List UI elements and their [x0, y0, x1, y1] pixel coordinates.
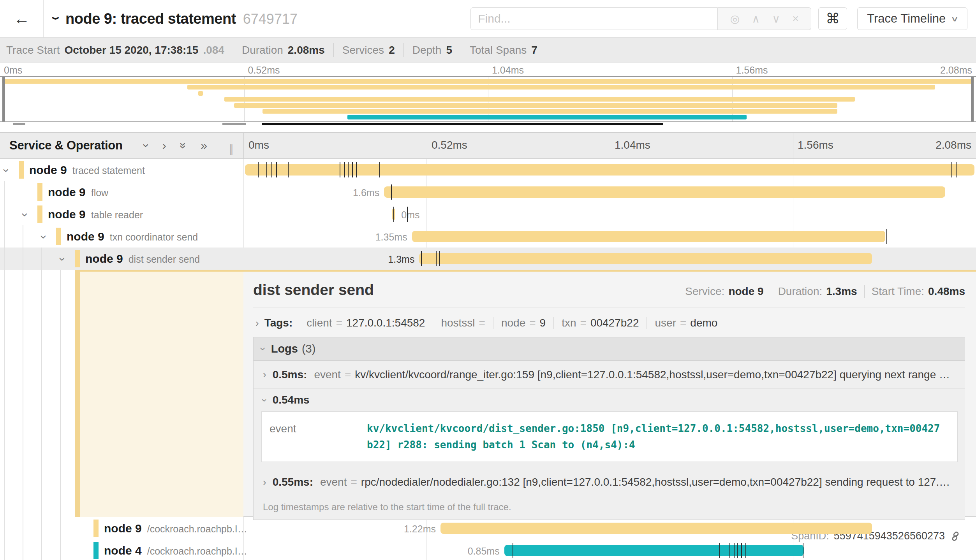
span-log-tick	[391, 184, 392, 200]
find-input[interactable]	[470, 7, 718, 30]
span-log-tick	[340, 162, 340, 177]
span-row-sidebar[interactable]: node 9/cockroach.roachpb.I…	[0, 517, 243, 539]
span-color-bar	[56, 228, 61, 245]
span-row-timeline[interactable]: 1.35ms	[243, 225, 976, 248]
summary-item: Depth5	[404, 43, 461, 57]
span-duration-label: 1.6ms	[353, 187, 379, 198]
span-log-tick	[276, 162, 277, 177]
expand-all-icon[interactable]: »	[201, 140, 207, 151]
span-row-timeline[interactable]: 1.6ms	[243, 181, 976, 203]
page-header: ← › node 9: traced statement 6749717 ◎ ∧…	[0, 0, 976, 37]
log-key-value: event=kv/kvclient/kvcoord/range_iter.go:…	[314, 369, 956, 381]
chevron-down-icon: ›	[259, 398, 271, 402]
collapse-title-icon[interactable]: ›	[47, 16, 66, 20]
chevron-right-icon: ›	[263, 369, 266, 381]
chevron-right-icon: ›	[255, 317, 259, 329]
back-arrow-icon: ←	[14, 9, 30, 28]
span-row-sidebar[interactable]: node 9txn coordinator send ›	[0, 225, 243, 248]
log-entry-expanded-header[interactable]: ›0.54ms	[254, 389, 965, 411]
span-row[interactable]: node 9flow 1.6ms	[0, 181, 976, 203]
span-service-name: node 9/cockroach.roachpb.I…	[104, 522, 247, 535]
chevron-down-icon[interactable]: ›	[0, 169, 13, 172]
span-row[interactable]: node 9/cockroach.roachpb.I… 1.22ms	[0, 517, 976, 539]
span-row-sidebar[interactable]: node 9traced statement ›	[0, 159, 243, 181]
logs-footnote: Log timestamps are relative to the start…	[254, 496, 965, 520]
tree-indent-guide	[23, 539, 23, 560]
span-log-tick	[745, 543, 746, 558]
span-row[interactable]: node 9traced statement ›	[0, 159, 976, 181]
tag-value: 127.0.0.1:54582	[346, 317, 425, 329]
minimap-axis: 0ms0.52ms1.04ms1.56ms2.08ms	[0, 63, 976, 76]
span-row[interactable]: node 4/cockroach.roachpb.I… 0.85ms	[0, 539, 976, 560]
span-row-sidebar[interactable]: node 4/cockroach.roachpb.I…	[0, 539, 243, 560]
span-row[interactable]: node 9txn coordinator send › 1.35ms	[0, 225, 976, 248]
minimap-right-handle[interactable]	[971, 77, 974, 121]
match-target-icon[interactable]: ◎	[730, 12, 740, 25]
minimap-viewport-bar[interactable]	[262, 123, 663, 125]
log-field-value: kv/kvclient/kvcoord/range_iter.go:159 [n…	[355, 369, 950, 381]
chevron-down-icon[interactable]: ›	[56, 257, 69, 261]
chevron-down-icon[interactable]: ›	[19, 213, 32, 217]
next-match-icon[interactable]: ∨	[772, 12, 780, 25]
equals-sign: =	[351, 476, 357, 488]
minimap-left-handle[interactable]	[2, 77, 5, 121]
span-row-timeline[interactable]: 0.85ms	[243, 539, 976, 560]
minimap-scroll-indicator[interactable]	[0, 122, 976, 132]
span-bar[interactable]	[440, 523, 872, 534]
tags-accordion[interactable]: › Tags: client=127.0.0.1:54582hostssl=no…	[253, 314, 965, 337]
view-selector-button[interactable]: Trace Timeline ∨	[857, 7, 967, 30]
span-row-timeline[interactable]: 1.3ms	[243, 248, 976, 270]
span-bar[interactable]	[245, 164, 974, 176]
summary-value: 2	[389, 44, 395, 56]
expand-one-icon[interactable]: ›	[162, 140, 166, 151]
span-duration-label: 1.22ms	[404, 523, 436, 535]
keyboard-shortcuts-button[interactable]: ⌘	[818, 7, 847, 30]
tree-indent-guide	[4, 517, 5, 539]
equals-sign: =	[336, 317, 342, 329]
trace-title-group: › node 9: traced statement 6749717	[55, 11, 298, 27]
meta-label: Duration:	[778, 285, 823, 298]
ruler-tick-label: 0.52ms	[432, 139, 467, 151]
span-row[interactable]: node 9table reader › 0ms	[0, 203, 976, 225]
logs-accordion: › Logs (3) ›0.5ms:event=kv/kvclient/kvco…	[253, 337, 965, 520]
clear-find-icon[interactable]: ×	[792, 12, 798, 25]
log-entry[interactable]: ›0.5ms:event=kv/kvclient/kvcoord/range_i…	[254, 361, 965, 389]
trace-id: 6749717	[243, 11, 298, 27]
tree-indent-guide	[4, 248, 5, 270]
span-bar[interactable]	[412, 231, 885, 242]
span-row-sidebar[interactable]: node 9table reader ›	[0, 203, 243, 225]
tree-indent-guide	[23, 270, 23, 517]
span-row-sidebar[interactable]: node 9flow	[0, 181, 243, 203]
span-log-tick	[741, 543, 742, 558]
log-field-value: rpc/nodedialer/nodedialer.go:132 [n9,cli…	[361, 476, 950, 488]
collapse-all-icon[interactable]: »	[178, 142, 189, 149]
chevron-down-icon: ›	[257, 347, 269, 351]
span-bar[interactable]	[504, 545, 804, 556]
span-row-timeline[interactable]: 0ms	[243, 203, 976, 225]
span-log-tick	[513, 543, 513, 558]
log-field-key: event	[314, 369, 341, 381]
span-row-timeline[interactable]: 1.22ms	[243, 517, 976, 539]
span-service-name: node 9flow	[48, 186, 108, 199]
span-log-tick	[803, 543, 803, 558]
span-log-tick	[348, 162, 349, 177]
summary-item: Services2	[334, 43, 404, 57]
span-bar[interactable]	[419, 253, 872, 264]
chevron-down-icon[interactable]: ›	[37, 235, 51, 239]
back-button[interactable]: ←	[0, 0, 44, 37]
summary-item: Trace StartOctober 15 2020, 17:38:15.084	[6, 43, 233, 57]
prev-match-icon[interactable]: ∧	[752, 12, 760, 25]
log-entry[interactable]: ›0.55ms:event=rpc/nodedialer/nodedialer.…	[254, 468, 965, 496]
column-resize-grip[interactable]: ▕▏	[224, 144, 240, 155]
minimap-scrubber[interactable]	[0, 76, 976, 122]
tag-key: hostssl	[441, 317, 475, 329]
span-row-sidebar[interactable]: node 9dist sender send ›	[0, 248, 243, 270]
collapse-one-icon[interactable]: ›	[141, 144, 152, 147]
span-bar[interactable]	[384, 186, 945, 198]
span-service-name: node 9table reader	[48, 208, 143, 221]
span-row-timeline[interactable]	[243, 159, 976, 181]
timeline-ruler: 0ms0.52ms1.04ms1.56ms2.08ms	[243, 133, 976, 158]
timeline-grid-header: Service & Operation › › » » ▕▏ 0ms0.52ms…	[0, 132, 976, 159]
span-row[interactable]: node 9dist sender send › 1.3ms	[0, 248, 976, 270]
logs-header[interactable]: › Logs (3)	[254, 337, 965, 361]
